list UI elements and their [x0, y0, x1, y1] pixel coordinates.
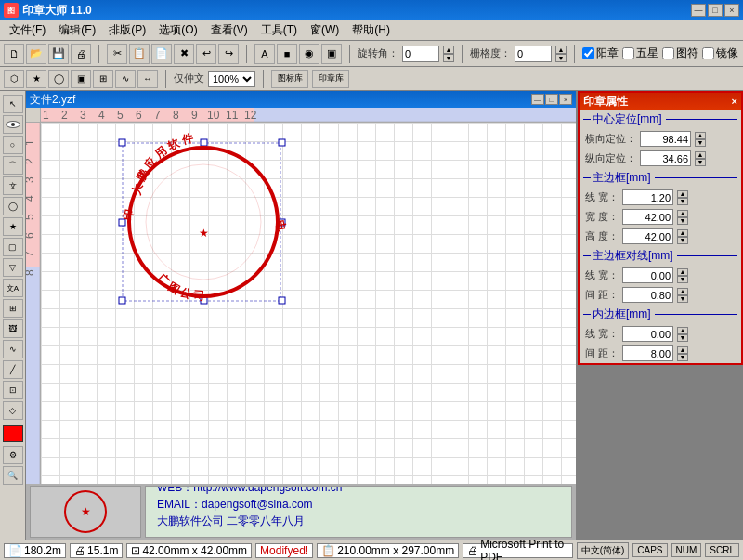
save-button[interactable]: 💾	[48, 44, 69, 64]
copy-button[interactable]: 📋	[129, 44, 150, 64]
print-button[interactable]: 🖨	[71, 44, 91, 64]
maximize-button[interactable]: □	[708, 4, 723, 17]
height-spinner[interactable]: ▲ ▼	[677, 229, 688, 244]
tool-circle[interactable]: ○	[3, 136, 23, 154]
lw-down[interactable]: ▼	[677, 198, 688, 205]
menu-file[interactable]: 文件(F)	[4, 20, 51, 40]
star-checkbox[interactable]: 五星	[622, 46, 658, 61]
tool-extra-a[interactable]: ⚙	[3, 446, 23, 464]
tool-grid[interactable]: ⊞	[3, 299, 23, 318]
tool-line[interactable]: ╱	[3, 360, 23, 379]
tool-arc[interactable]: ⌒	[3, 156, 23, 175]
vpos-spinner[interactable]: ▲ ▼	[695, 151, 706, 166]
sub-close[interactable]: ×	[559, 94, 572, 105]
tool-wave[interactable]: ∿	[3, 340, 23, 358]
open-button[interactable]: 📂	[26, 44, 46, 64]
tool-image[interactable]: 🖼	[3, 319, 23, 338]
paste-button[interactable]: 📄	[151, 44, 172, 64]
tool-rect[interactable]: ▢	[3, 238, 23, 256]
sub-maximize[interactable]: □	[545, 94, 558, 105]
og-up[interactable]: ▲	[677, 288, 688, 295]
tb2-d[interactable]: ▣	[71, 70, 91, 88]
tb2-a[interactable]: ⬡	[4, 70, 24, 88]
tab-icon-lib[interactable]: 图标库	[271, 70, 308, 88]
hpos-down[interactable]: ▼	[695, 139, 706, 147]
tool-c[interactable]: ◉	[299, 44, 319, 64]
sub-window-controls[interactable]: — □ ×	[531, 94, 572, 105]
tool-extra-b[interactable]: 🔍	[3, 466, 23, 485]
tool-a[interactable]: A	[254, 44, 275, 64]
menu-view[interactable]: 查看(V)	[205, 20, 254, 40]
height-input[interactable]	[622, 228, 673, 244]
close-button[interactable]: ×	[724, 4, 739, 17]
tool-ellipse[interactable]: ◯	[3, 197, 23, 215]
tb2-c[interactable]: ◯	[48, 70, 69, 88]
menu-help[interactable]: 帮助(H)	[346, 20, 396, 40]
delete-button[interactable]: ✖	[174, 44, 194, 64]
sub-minimize[interactable]: —	[531, 94, 544, 105]
linewidth-spinner[interactable]: ▲ ▼	[677, 190, 688, 205]
grid-input[interactable]	[515, 46, 552, 62]
ig-down[interactable]: ▼	[677, 354, 688, 361]
tb2-f[interactable]: ∿	[115, 70, 136, 88]
ig-up[interactable]: ▲	[677, 346, 688, 354]
ilw-down[interactable]: ▼	[677, 334, 688, 342]
tab-stamp-lib[interactable]: 印章库	[312, 70, 349, 88]
tb2-b[interactable]: ★	[26, 70, 46, 88]
menu-window[interactable]: 窗(W)	[305, 20, 345, 40]
tool-text[interactable]: 文A	[3, 279, 23, 297]
og-down[interactable]: ▼	[677, 295, 688, 303]
tool-diamond[interactable]: ◇	[3, 401, 23, 420]
rotate-spinner[interactable]: ▲ ▼	[443, 46, 454, 62]
h-down[interactable]: ▼	[677, 237, 688, 244]
props-close-button[interactable]: ×	[732, 96, 737, 107]
vpos-input[interactable]	[640, 150, 691, 166]
linewidth-input[interactable]	[622, 189, 673, 205]
tool-d[interactable]: ▣	[321, 44, 342, 64]
off-gap-input[interactable]	[622, 287, 673, 303]
off-lw-input[interactable]	[622, 267, 673, 283]
tool-border[interactable]: ⊡	[3, 381, 23, 399]
ilw-up[interactable]: ▲	[677, 327, 688, 334]
tool-b[interactable]: ■	[277, 44, 297, 64]
width-input[interactable]	[622, 209, 673, 225]
window-controls[interactable]: — □ ×	[691, 4, 739, 17]
tool-triangle[interactable]: ▽	[3, 258, 23, 277]
in-gap-spinner[interactable]: ▲ ▼	[677, 346, 688, 361]
redo-button[interactable]: ↪	[218, 44, 239, 64]
off-lw-spinner[interactable]: ▲ ▼	[677, 268, 688, 283]
zoom-select[interactable]: 100% 50% 150% 200%	[208, 71, 255, 87]
minimize-button[interactable]: —	[691, 4, 706, 17]
menu-options[interactable]: 选项(O)	[153, 20, 202, 40]
tb2-e[interactable]: ⊞	[93, 70, 113, 88]
h-up[interactable]: ▲	[677, 229, 688, 237]
vpos-up[interactable]: ▲	[695, 151, 706, 159]
tb2-g[interactable]: ↔	[137, 70, 158, 88]
tool-star[interactable]: ★	[3, 217, 23, 236]
in-lw-spinner[interactable]: ▲ ▼	[677, 327, 688, 342]
yangyin-checkbox[interactable]: 阳章	[582, 46, 619, 61]
in-lw-input[interactable]	[622, 326, 673, 342]
w-down[interactable]: ▼	[677, 217, 688, 225]
in-gap-input[interactable]	[622, 345, 673, 361]
tool-text-curve[interactable]: 文	[3, 176, 23, 195]
olw-down[interactable]: ▼	[677, 276, 688, 283]
map-checkbox[interactable]: 图符	[662, 46, 698, 61]
cut-button[interactable]: ✂	[107, 44, 127, 64]
menu-layout[interactable]: 排版(P)	[103, 20, 151, 40]
color-swatch[interactable]	[3, 425, 23, 442]
hpos-up[interactable]: ▲	[695, 132, 706, 139]
grid-up[interactable]: ▲	[555, 46, 567, 54]
tool-select[interactable]: ↖	[3, 95, 23, 113]
vpos-down[interactable]: ▼	[695, 159, 706, 166]
hpos-input[interactable]	[640, 131, 691, 147]
mirror-checkbox[interactable]: 镜像	[702, 46, 738, 61]
grid-spinner[interactable]: ▲ ▼	[555, 46, 567, 62]
olw-up[interactable]: ▲	[677, 268, 688, 276]
rotate-up[interactable]: ▲	[443, 46, 454, 54]
grid-down[interactable]: ▼	[555, 54, 567, 62]
hpos-spinner[interactable]: ▲ ▼	[695, 132, 706, 147]
rotate-input[interactable]	[402, 46, 439, 62]
new-button[interactable]: 🗋	[4, 44, 24, 64]
w-up[interactable]: ▲	[677, 210, 688, 217]
